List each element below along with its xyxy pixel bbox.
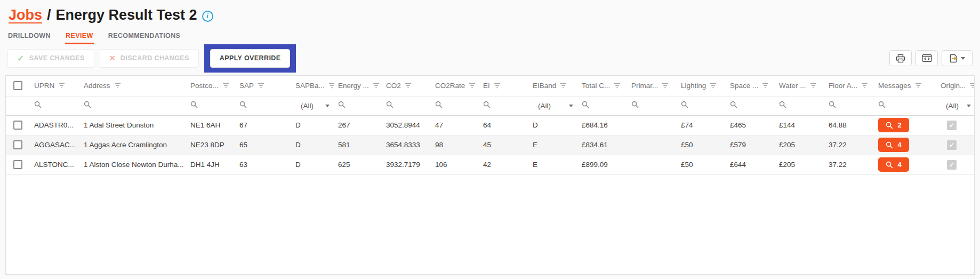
save-changes-button[interactable]: ✓ SAVE CHANGES: [7, 49, 94, 68]
origin-checkbox: ✓: [947, 140, 957, 150]
filter-cell-postcode[interactable]: [186, 96, 235, 115]
filter-cell-co2[interactable]: [382, 96, 431, 115]
column-header-eiband[interactable]: EIBand: [528, 76, 577, 96]
search-icon[interactable]: [239, 101, 247, 108]
header-filter-icon[interactable]: [405, 83, 412, 89]
search-icon[interactable]: [34, 101, 42, 108]
column-header-sap[interactable]: SAP: [235, 76, 291, 96]
discard-changes-button[interactable]: ✕ DISCARD CHANGES: [100, 49, 199, 68]
search-icon[interactable]: [878, 101, 886, 108]
search-icon[interactable]: [190, 101, 198, 108]
search-icon[interactable]: [829, 101, 836, 108]
chevron-down-icon[interactable]: [325, 105, 330, 107]
row-checkbox[interactable]: [13, 160, 22, 169]
column-header-uprn[interactable]: UPRN: [30, 76, 79, 96]
header-filter-icon[interactable]: [614, 83, 621, 89]
filter-cell-primary[interactable]: [627, 96, 677, 115]
header-filter-icon[interactable]: [373, 83, 380, 89]
filter-cell-water[interactable]: [775, 96, 824, 115]
header-filter-icon[interactable]: [114, 83, 121, 89]
column-header-address[interactable]: Address: [79, 76, 186, 96]
row-checkbox[interactable]: [13, 121, 22, 130]
jobs-breadcrumb-link[interactable]: Jobs: [9, 7, 42, 23]
header-filter-icon[interactable]: [560, 83, 567, 89]
filter-cell-uprn[interactable]: [30, 96, 79, 115]
filter-cell-origin[interactable]: (All): [936, 96, 975, 115]
filter-cell-floorarea[interactable]: [824, 96, 874, 115]
column-header-sapband[interactable]: SAPBa...: [291, 76, 334, 96]
code-view-button[interactable]: [915, 50, 938, 66]
search-icon[interactable]: [730, 101, 737, 108]
messages-button[interactable]: 4: [878, 138, 909, 152]
tab-review[interactable]: REVIEW: [65, 29, 94, 44]
search-icon[interactable]: [338, 101, 346, 108]
header-filter-icon[interactable]: [494, 83, 501, 89]
header-filter-icon[interactable]: [469, 83, 476, 89]
column-header-origin[interactable]: Origin...: [936, 76, 975, 96]
filter-select-origin[interactable]: (All): [941, 102, 971, 110]
column-header-label: CO2: [386, 82, 401, 90]
search-icon[interactable]: [84, 101, 91, 108]
filter-select-sapband[interactable]: (All): [295, 102, 330, 110]
header-filter-icon[interactable]: [710, 83, 717, 89]
breadcrumb-separator: /: [47, 7, 51, 23]
row-checkbox[interactable]: [13, 140, 22, 149]
header-filter-icon[interactable]: [969, 83, 975, 89]
search-icon[interactable]: [386, 101, 393, 108]
messages-button[interactable]: 4: [878, 157, 909, 172]
chevron-down-icon[interactable]: [967, 105, 971, 107]
chevron-down-icon[interactable]: [569, 105, 573, 107]
search-icon[interactable]: [631, 101, 639, 108]
header-filter-icon[interactable]: [258, 83, 264, 89]
export-icon: [949, 54, 958, 63]
filter-select-eiband[interactable]: (All): [533, 102, 573, 110]
column-header-floorarea[interactable]: Floor A...: [824, 76, 874, 96]
search-icon[interactable]: [582, 101, 589, 108]
header-filter-icon[interactable]: [915, 83, 922, 89]
tab-recommendations[interactable]: RECOMMENDATIONS: [108, 29, 181, 44]
column-header-primary[interactable]: Primar...: [627, 76, 677, 96]
search-icon[interactable]: [483, 101, 491, 108]
filter-cell-energy[interactable]: [334, 96, 382, 115]
export-button[interactable]: [942, 50, 973, 66]
apply-override-button[interactable]: APPLY OVERRIDE: [210, 49, 291, 68]
filter-cell-space[interactable]: [726, 96, 775, 115]
filter-cell-sapband[interactable]: (All): [291, 96, 334, 115]
cell-energy: 581: [338, 141, 350, 149]
header-filter-icon[interactable]: [58, 83, 65, 89]
search-icon[interactable]: [779, 101, 786, 108]
header-filter-icon[interactable]: [861, 83, 868, 89]
tab-drilldown[interactable]: DRILLDOWN: [7, 29, 51, 44]
filter-cell-eiband[interactable]: (All): [528, 96, 577, 115]
filter-cell-ei[interactable]: [479, 96, 528, 115]
header-filter-icon[interactable]: [662, 83, 669, 89]
header-filter-icon[interactable]: [222, 83, 229, 89]
column-header-ei[interactable]: EI: [479, 76, 528, 96]
filter-cell-address[interactable]: [79, 96, 186, 115]
search-icon[interactable]: [435, 101, 443, 108]
column-header-lighting[interactable]: Lighting: [677, 76, 726, 96]
header-filter-icon[interactable]: [762, 83, 769, 89]
column-header-co2rate[interactable]: CO2Rate: [431, 76, 479, 96]
header-filter-icon[interactable]: [328, 83, 334, 89]
column-header-water[interactable]: Water ...: [775, 76, 824, 96]
messages-button[interactable]: 2: [878, 118, 909, 132]
column-header-co2[interactable]: CO2: [382, 76, 431, 96]
column-header-label: EIBand: [533, 82, 556, 90]
column-header-energy[interactable]: Energy ...: [334, 76, 382, 96]
filter-cell-totalcost[interactable]: [577, 96, 627, 115]
filter-cell-messages[interactable]: [874, 96, 936, 115]
header-filter-icon[interactable]: [810, 83, 817, 89]
column-header-messages[interactable]: Messages: [874, 76, 936, 96]
column-header-totalcost[interactable]: Total C...: [577, 76, 627, 96]
select-all-checkbox[interactable]: [13, 81, 22, 90]
column-header-label: Lighting: [681, 82, 706, 90]
filter-cell-sap[interactable]: [235, 96, 291, 115]
info-icon[interactable]: i: [202, 11, 213, 22]
search-icon[interactable]: [681, 101, 688, 108]
print-button[interactable]: [889, 50, 912, 66]
filter-cell-lighting[interactable]: [677, 96, 726, 115]
column-header-space[interactable]: Space ...: [726, 76, 775, 96]
column-header-postcode[interactable]: Postco...: [186, 76, 235, 96]
filter-cell-co2rate[interactable]: [431, 96, 479, 115]
